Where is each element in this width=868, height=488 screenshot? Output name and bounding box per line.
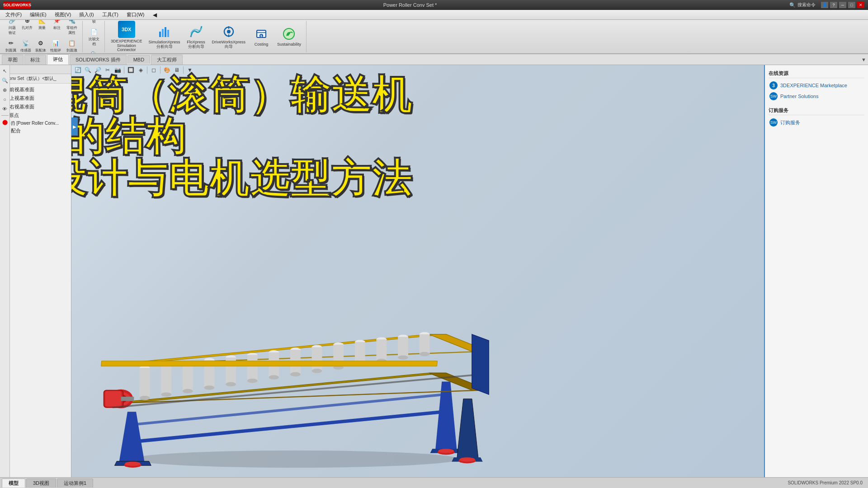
tab-evaluate[interactable]: 评估 — [47, 54, 69, 65]
toolbar-btn-simulationxpress[interactable]: SimulationXpress分析向导 — [146, 23, 183, 51]
partner-icon: SW — [769, 92, 778, 100]
title-line-2: 的结构 — [64, 116, 755, 157]
zoom-icon[interactable]: 🔎 — [93, 66, 102, 75]
help-button[interactable]: ? — [830, 2, 837, 8]
feature-item-origin[interactable]: ⊕ 原点 — [2, 111, 69, 120]
minimize-button[interactable]: ─ — [839, 2, 846, 8]
title-bar: SOLIDWORKS Power Roller Conv Set * 🔍 搜索命… — [0, 0, 868, 10]
toolbar-expand-btn[interactable]: ▼ — [861, 57, 866, 62]
feature-item-front-plane[interactable]: ◫ 前视基准面 — [2, 85, 69, 94]
side-icon-eye[interactable]: 👁 — [1, 105, 9, 113]
feature-item-assembly[interactable]: 📦 (f) [Power Roller Conv... — [2, 120, 69, 127]
hide-lines-icon[interactable]: ◻ — [149, 66, 158, 75]
zoom-to-fit-icon[interactable]: 🔍 — [83, 66, 92, 75]
svg-marker-14 — [119, 412, 145, 463]
rotate-icon[interactable]: 🔄 — [73, 66, 82, 75]
toolbar-btn-sensor[interactable]: 📡 传感器 — [19, 37, 33, 54]
toolbar-btn-sustainability[interactable]: Sustainability — [275, 25, 303, 48]
bottom-tab-model[interactable]: 模型 — [2, 479, 25, 488]
toolbar-btn-hole-align[interactable]: ⊕ 孔对齐 — [20, 20, 34, 36]
maximize-button[interactable]: □ — [848, 2, 855, 8]
side-icon-circle[interactable]: ○ — [1, 95, 9, 103]
toolbar-btn-active-doc[interactable]: 📋 剖面激活的文档 — [63, 37, 80, 54]
side-icon-red[interactable]: ⬤ — [1, 118, 9, 126]
doc-compare-icon: 📄 — [89, 27, 99, 37]
title-bar-left: SOLIDWORKS — [4, 1, 31, 9]
menu-tools[interactable]: 工具(T) — [99, 10, 122, 19]
feature-tree-header: r Conv Set（默认）<默认_ — [0, 74, 71, 84]
toolbar-btn-perf-eval[interactable]: 📊 性能评估 — [48, 37, 63, 54]
camera-icon[interactable]: 📷 — [113, 66, 122, 75]
svg-point-48 — [226, 382, 236, 387]
bottom-tab-3dview[interactable]: 3D视图 — [26, 479, 56, 488]
3d-model-container: 辊筒（滚筒）输送机 的结构 设计与电机选型方法 Z X Y — [10, 65, 764, 477]
svg-point-57 — [290, 372, 301, 377]
toolbar-btn-problem-check[interactable]: 🔗 问题验证 — [5, 20, 19, 36]
toolbar-btn-check-active[interactable]: 🔍 检查激活的文档 — [85, 48, 103, 54]
svg-point-17 — [125, 462, 140, 466]
toolbar-btn-measure[interactable]: 📐 测量 — [35, 20, 49, 36]
menu-bar: 文件(F) 编辑(E) 视图(V) 插入(I) 工具(T) 窗口(W) ◀ — [0, 10, 868, 20]
main-viewport[interactable]: 辊筒（滚筒）输送机 的结构 设计与电机选型方法 Z X Y — [10, 65, 764, 477]
appearance-icon[interactable]: 🎨 — [162, 66, 171, 75]
window-title: Power Roller Conv Set * — [31, 2, 789, 8]
display-style-icon[interactable]: ◈ — [136, 66, 145, 75]
user-button[interactable]: 👤 — [821, 2, 828, 8]
feature-item-top-plane[interactable]: ◫ 上视基准面 — [2, 94, 69, 103]
title-bar-controls: 🔍 搜索命令 👤 ? ─ □ ✕ — [789, 2, 864, 8]
menu-view[interactable]: 视图(V) — [51, 10, 75, 19]
menu-help[interactable]: ◀ — [149, 11, 160, 19]
feature-item-mate[interactable]: 🔗 配合 — [2, 127, 69, 135]
side-icon-filter[interactable]: ⊕ — [1, 86, 9, 94]
toolbar-btn-costing[interactable]: $ Costing — [250, 25, 273, 48]
bottom-tab-motion[interactable]: 运动算例1 — [57, 479, 93, 488]
toolbar-area: 🔗 问题验证 ⊕ 孔对齐 📐 测量 📌 标注 🔩 零组件属性 ✏ — [0, 20, 868, 54]
menu-edit[interactable]: 编辑(E) — [26, 10, 50, 19]
tab-solidworks-plugins[interactable]: SOLIDWORKS 插件 — [70, 55, 127, 65]
left-panel-collapse-btn[interactable]: ▶ — [71, 117, 78, 136]
tab-annotate[interactable]: 标注 — [24, 55, 46, 65]
tab-engineering[interactable]: 大工程师 — [151, 55, 183, 65]
toolbar-btn-assembly-check[interactable]: ⚙ 装配体检查 — [33, 37, 48, 54]
status-bar-text: SOLIDWORKS Premium 2022 SP0.0 — [788, 480, 866, 485]
toolbar-btn-floxpress[interactable]: FloXpress分析向导 — [184, 23, 208, 51]
section-view-icon[interactable]: ✂ — [103, 66, 112, 75]
tab-mbd[interactable]: MBD — [127, 55, 150, 64]
toolbar-btn-component-props[interactable]: 🔩 零组件属性 — [65, 20, 79, 36]
toolbar-btn-driveworksxpress[interactable]: DriveWorksXpress向导 — [210, 23, 248, 51]
svg-point-21 — [439, 449, 454, 453]
menu-window[interactable]: 窗口(W) — [123, 10, 148, 19]
svg-line-26 — [132, 412, 444, 442]
svg-rect-74 — [420, 334, 430, 354]
toolbar-btn-3dexperience[interactable]: 3DX 3DEXPERIENCESimulationConnector — [108, 20, 145, 54]
menu-insert[interactable]: 插入(I) — [75, 10, 97, 19]
icon-sep-3 — [160, 66, 160, 74]
svg-point-42 — [183, 389, 193, 394]
svg-line-27 — [132, 394, 444, 425]
toolbar-btn-annotate[interactable]: 📌 标注 — [50, 20, 64, 36]
svg-text:$: $ — [260, 34, 262, 38]
icon-sep-1 — [124, 66, 124, 74]
hole-align-icon: ⊕ — [22, 20, 32, 25]
side-icon-zoom[interactable]: 🔍 — [1, 76, 9, 84]
right-panel-link-partner[interactable]: SW Partner Solutions — [769, 91, 864, 102]
view-orient-icon[interactable]: 🔲 — [126, 66, 135, 75]
floxpress-icon — [189, 24, 203, 39]
feature-item-right-plane[interactable]: ◫ 右视基准面 — [2, 103, 69, 111]
tab-sketch[interactable]: 草图 — [2, 55, 24, 65]
close-button[interactable]: ✕ — [857, 2, 864, 8]
more-icon[interactable]: ▼ — [185, 66, 194, 75]
toolbar-btn-section-props[interactable]: ✏ 剖面属性 — [4, 37, 18, 54]
title-line-3: 设计与电机选型方法 — [46, 158, 755, 199]
toolbar-btn-solid-compare[interactable]: 💡 实体比较 — [87, 20, 101, 25]
toolbar-btn-doc-compare[interactable]: 📄 比较文档 — [87, 26, 101, 47]
toolbar-big-group-addins: 3DX 3DEXPERIENCESimulationConnector Simu… — [106, 21, 307, 52]
menu-file[interactable]: 文件(F) — [2, 10, 25, 19]
3dx-marketplace-icon: 3 — [769, 81, 778, 89]
side-icon-selection[interactable]: ↖ — [1, 67, 9, 75]
right-panel-link-order[interactable]: SW 订购服务 — [769, 117, 864, 128]
right-panel-link-3dxmarketplace[interactable]: 3 3DEXPERIENCE Marketplace — [769, 80, 864, 91]
realview-icon[interactable]: 🖥 — [172, 66, 181, 75]
measure-icon: 📐 — [37, 20, 47, 25]
svg-rect-3 — [167, 30, 169, 37]
